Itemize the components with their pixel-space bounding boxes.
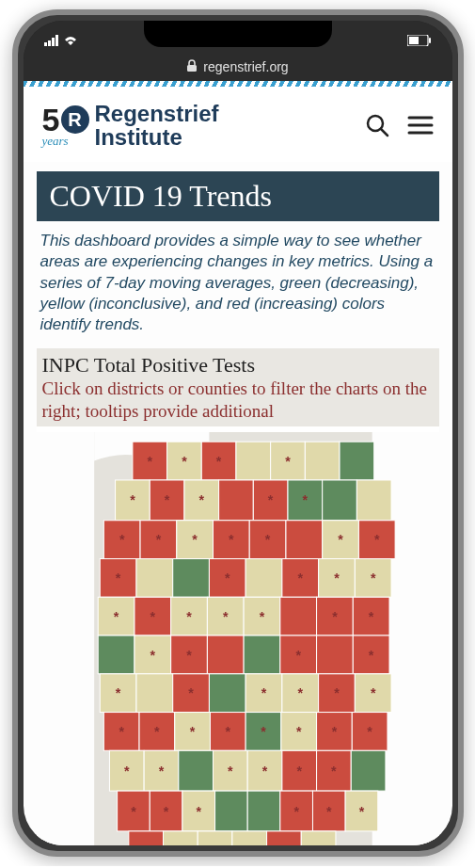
site-logo[interactable]: 5 R years Regenstrief Institute — [42, 102, 219, 149]
county-c34[interactable] — [245, 558, 282, 597]
lock-icon — [186, 59, 198, 75]
county-star-icon: * — [215, 454, 221, 469]
svg-rect-0 — [44, 42, 47, 46]
phone-screen: regenstrief.org 5 R years Regenstrief In… — [24, 21, 452, 845]
county-star-icon: * — [182, 454, 187, 469]
county-star-icon: * — [158, 764, 164, 779]
county-c32[interactable] — [172, 558, 209, 597]
county-star-icon: * — [293, 803, 299, 818]
county-star-icon: * — [370, 571, 375, 586]
svg-rect-7 — [187, 65, 197, 72]
wifi-icon — [63, 35, 78, 49]
county-c94[interactable] — [247, 791, 280, 831]
county-c56[interactable] — [316, 635, 353, 674]
county-c45[interactable] — [279, 597, 316, 635]
map-subheader: INPC Total Positive Tests Click on distr… — [37, 348, 439, 426]
county-c50[interactable] — [98, 635, 135, 674]
phone-notch — [144, 21, 332, 47]
county-star-icon: * — [331, 724, 337, 739]
county-ca0[interactable] — [128, 831, 163, 845]
county-ca5[interactable] — [301, 831, 336, 845]
county-star-icon: * — [147, 454, 152, 469]
phone-frame: regenstrief.org 5 R years Regenstrief In… — [12, 9, 464, 857]
county-star-icon: * — [150, 647, 155, 662]
county-star-icon: * — [368, 609, 373, 624]
county-star-icon: * — [261, 685, 266, 700]
county-c05[interactable] — [305, 442, 340, 480]
page-body: COVID 19 Trends This dashboard provides … — [24, 162, 452, 845]
county-star-icon: * — [338, 532, 343, 547]
county-star-icon: * — [154, 724, 160, 739]
county-c82[interactable] — [178, 750, 213, 791]
county-c17[interactable] — [356, 480, 391, 521]
county-c16[interactable] — [322, 480, 356, 521]
page-content: 5 R years Regenstrief Institute — [24, 81, 452, 845]
county-star-icon: * — [130, 492, 135, 507]
logo-years: years — [42, 134, 69, 149]
county-star-icon: * — [164, 492, 169, 507]
svg-rect-1 — [48, 40, 51, 46]
county-star-icon: * — [115, 685, 120, 700]
county-c31[interactable] — [135, 558, 172, 597]
county-star-icon: * — [331, 764, 337, 779]
county-star-icon: * — [297, 571, 303, 586]
search-icon[interactable] — [364, 112, 390, 138]
county-star-icon: * — [267, 492, 273, 507]
indiana-map[interactable]: ****************************************… — [37, 426, 439, 845]
county-star-icon: * — [119, 532, 124, 547]
county-star-icon: * — [124, 764, 130, 779]
county-star-icon: * — [228, 764, 233, 779]
county-star-icon: * — [367, 724, 372, 739]
county-c03[interactable] — [235, 442, 270, 480]
county-star-icon: * — [155, 532, 161, 547]
county-star-icon: * — [225, 724, 230, 739]
signal-icon — [44, 35, 59, 49]
county-star-icon: * — [189, 724, 195, 739]
county-ca2[interactable] — [198, 831, 232, 845]
battery-icon — [407, 35, 432, 49]
county-c53[interactable] — [207, 635, 244, 674]
county-c63[interactable] — [209, 674, 245, 713]
county-star-icon: * — [163, 803, 168, 818]
county-star-icon: * — [222, 609, 228, 624]
county-star-icon: * — [186, 609, 192, 624]
browser-url-text: regenstrief.org — [203, 59, 288, 74]
svg-rect-6 — [429, 38, 431, 43]
indiana-map-svg[interactable]: ****************************************… — [37, 432, 439, 845]
county-c61[interactable] — [135, 674, 172, 713]
county-c54[interactable] — [244, 635, 280, 674]
county-c25[interactable] — [285, 521, 322, 559]
county-star-icon: * — [326, 803, 332, 818]
county-star-icon: * — [131, 803, 136, 818]
page-title: COVID 19 Trends — [37, 171, 439, 221]
county-c13[interactable] — [218, 480, 253, 521]
county-star-icon: * — [295, 724, 301, 739]
county-star-icon: * — [115, 571, 120, 586]
logo-text: Regenstrief Institute — [95, 102, 219, 149]
county-c06[interactable] — [340, 442, 374, 480]
county-star-icon: * — [261, 764, 267, 779]
county-star-icon: * — [225, 571, 230, 586]
county-star-icon: * — [334, 571, 340, 586]
subhead-hint: Click on districts or counties to filter… — [42, 378, 434, 423]
hamburger-menu-icon[interactable] — [407, 114, 434, 137]
county-c87[interactable] — [351, 750, 386, 791]
county-ca4[interactable] — [266, 831, 301, 845]
county-ca3[interactable] — [231, 831, 266, 845]
county-star-icon: * — [296, 764, 302, 779]
county-star-icon: * — [229, 532, 234, 547]
county-star-icon: * — [261, 724, 266, 739]
county-star-icon: * — [198, 492, 204, 507]
county-c93[interactable] — [214, 791, 247, 831]
county-star-icon: * — [373, 532, 379, 547]
logo-five: 5 — [42, 102, 60, 137]
county-star-icon: * — [295, 647, 301, 662]
county-star-icon: * — [358, 803, 364, 818]
logo-line2: Institute — [95, 125, 219, 149]
logo-mark: 5 R years — [42, 104, 87, 147]
browser-url-bar[interactable]: regenstrief.org — [24, 53, 452, 81]
county-star-icon: * — [370, 685, 375, 700]
logo-r-circle-icon: R — [61, 105, 89, 134]
county-ca1[interactable] — [163, 831, 198, 845]
county-star-icon: * — [150, 609, 155, 624]
